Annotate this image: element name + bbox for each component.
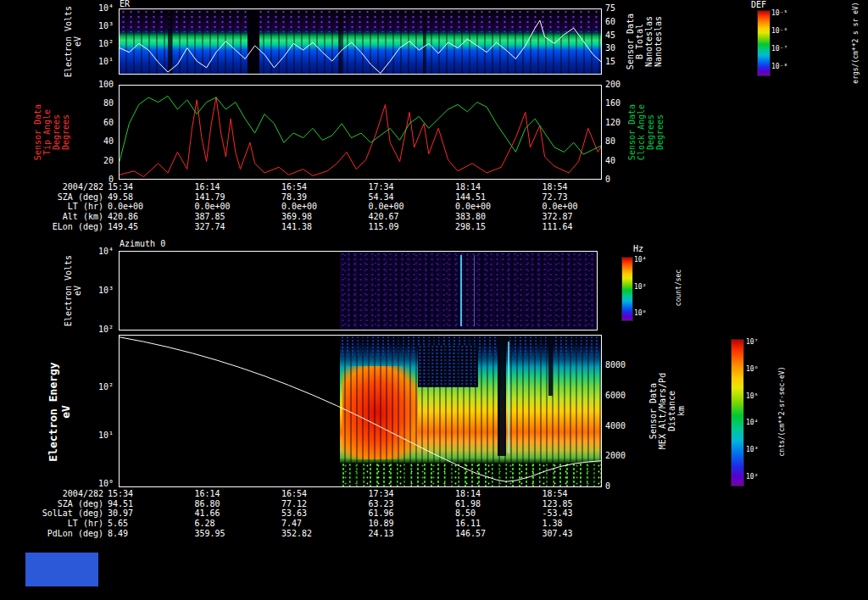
row-label: ELon (deg) (0, 222, 108, 231)
time-label: 16:54 (281, 182, 369, 192)
annot-table-top: 2004/282 15:3416:1416:5417:3418:1418:54 … (0, 182, 661, 231)
table-cell: 0.0e+00 (281, 202, 369, 211)
time-label: 16:54 (281, 489, 369, 498)
tick-label: 10² (98, 383, 114, 392)
tick-label: 160 (605, 99, 620, 108)
time-label: 18:54 (542, 182, 630, 192)
tick-label: 40 (103, 137, 114, 146)
table-row: LT (hr) 0.0e+000.0e+000.0e+000.0e+000.0e… (0, 202, 661, 212)
table-cell: 141.79 (195, 192, 282, 202)
axis-label-line: Sensor Data (627, 86, 637, 179)
row-label: Alt (km) (0, 212, 108, 221)
annot-table-bottom: 2004/282 15:3416:1416:5417:3418:1418:54 … (0, 489, 661, 538)
angle-lines (120, 86, 602, 180)
panel1-title: ER (120, 0, 130, 8)
colorbar1-ticks: 10⁻⁵10⁻⁶10⁻⁷10⁻⁸ (771, 9, 793, 70)
axis-label-line: eV (73, 2, 82, 82)
tick-label: 80 (103, 99, 114, 108)
panel4-spectrogram (119, 335, 602, 487)
table-cell: 307.43 (542, 529, 630, 538)
axis-label-line: eV (59, 348, 72, 475)
table-cell: 94.51 (108, 499, 195, 508)
table-cell: 369.98 (281, 212, 369, 221)
table-cell: 30.97 (108, 508, 195, 518)
row-values: 0.0e+000.0e+000.0e+000.0e+000.0e+000.0e+… (108, 202, 629, 211)
axis-label-line: Degrees (61, 88, 70, 177)
table-cell: 359.95 (195, 529, 282, 538)
table-cell: 144.51 (455, 192, 542, 202)
table-row: 2004/282 15:3416:1416:5417:3418:1418:54 (0, 182, 661, 192)
tick-label: 10⁴ (98, 247, 114, 256)
axis-label-line: Sensor Data (626, 2, 635, 82)
row-label: 2004/282 (0, 182, 108, 192)
axis-label-line: Nanoteslas (644, 2, 654, 82)
time-label: 16:14 (195, 182, 282, 192)
colorbar-tick-label: 10⁶ (746, 365, 758, 373)
colorbar1 (757, 10, 771, 76)
table-cell: 5.65 (108, 519, 195, 528)
table-cell: 372.87 (542, 212, 630, 221)
B Total-trace (120, 20, 602, 73)
axis-label-line: Degrees (655, 86, 665, 179)
time-label: 17:34 (369, 182, 456, 192)
time-label: 17:34 (369, 489, 456, 498)
tick-label: 40 (605, 157, 615, 165)
row-label: 2004/282 (0, 489, 108, 498)
tick-label: 10¹ (98, 431, 114, 440)
tick-label: 80 (605, 137, 615, 146)
panel3-yaxis-label: Electron VoltseV (64, 251, 82, 331)
table-cell: 7.47 (281, 519, 369, 528)
row-values: 49.58141.7978.3954.34144.5172.73 (108, 192, 629, 202)
row-label: LT (hr) (0, 519, 108, 528)
table-cell: 53.63 (281, 508, 369, 518)
table-cell: 141.38 (281, 222, 369, 231)
panel1-spectrogram (119, 8, 602, 75)
colorbar3 (621, 257, 633, 321)
tick-label: 2000 (605, 452, 626, 460)
panel2-left-ticks: 100806040200 (83, 81, 114, 184)
panel4-left-ticks: 10²10¹10⁰ (83, 383, 114, 488)
table-row: SZA (deg) 94.5186.8077.1263.2361.98123.8… (0, 499, 661, 509)
axis-label-line: Nanoteslas (654, 2, 663, 82)
table-cell: 77.12 (281, 499, 369, 508)
table-cell: 0.0e+00 (542, 202, 630, 211)
colorbar-tick-label: 10³ (746, 446, 758, 453)
table-cell: 24.13 (369, 529, 456, 538)
table-cell: 10.89 (369, 519, 456, 528)
table-row: PdLon (deg) 8.49359.95352.8224.13146.573… (0, 528, 661, 538)
axis-label-line: Sensor Data (33, 88, 42, 177)
row-values: 420.86387.85369.98420.67383.80372.87 (108, 212, 629, 221)
colorbar-tick-label: 10⁻⁷ (771, 45, 787, 53)
table-row: SolLat (deg) 30.9741.6653.6361.968.50-53… (0, 508, 661, 519)
tick-label: 30 (605, 44, 615, 53)
Tip Angle-trace (120, 97, 602, 176)
row-values: 15:3416:1416:5417:3418:1418:54 (108, 182, 629, 192)
table-cell: 63.23 (369, 499, 456, 508)
panel3-bright-streak (460, 255, 462, 327)
tick-label: 20 (103, 157, 114, 165)
table-cell: 0.0e+00 (195, 202, 282, 211)
row-values: 8.49359.95352.8224.13146.57307.43 (108, 529, 629, 538)
panel3-left-ticks: 10⁴10³10² (83, 247, 114, 334)
table-row: ELon (deg) 149.45327.74141.38115.09298.1… (0, 221, 661, 231)
table-cell: 298.15 (455, 222, 542, 231)
axis-label-line: Sensor Data (648, 358, 658, 464)
axis-label-line: km (676, 358, 686, 464)
panel3-title: Azimuth 0 (120, 240, 165, 248)
row-values: 30.9741.6653.6361.968.50-53.43 (108, 508, 629, 518)
row-label: SolLat (deg) (0, 508, 108, 518)
tick-label: 120 (605, 119, 620, 127)
colorbar-tick-label: 10⁰ (634, 309, 646, 317)
table-row: Alt (km) 420.86387.85369.98420.67383.803… (0, 212, 661, 222)
axis-label-line: MEX Alt/Mars/Pd (658, 358, 667, 464)
tick-label: 6000 (605, 392, 626, 400)
table-cell: 78.39 (281, 192, 369, 202)
axis-label-line: Electron Energy (47, 348, 59, 475)
tick-label: 10³ (98, 286, 114, 295)
axis-label-line: Degrees (646, 86, 655, 179)
table-cell: 0.0e+00 (369, 202, 456, 211)
tick-label: 8000 (605, 361, 626, 369)
row-values: 149.45327.74141.38115.09298.15111.64 (108, 222, 629, 231)
table-cell: 41.66 (195, 508, 282, 518)
axis-label-line: Tip Angle (42, 88, 52, 177)
